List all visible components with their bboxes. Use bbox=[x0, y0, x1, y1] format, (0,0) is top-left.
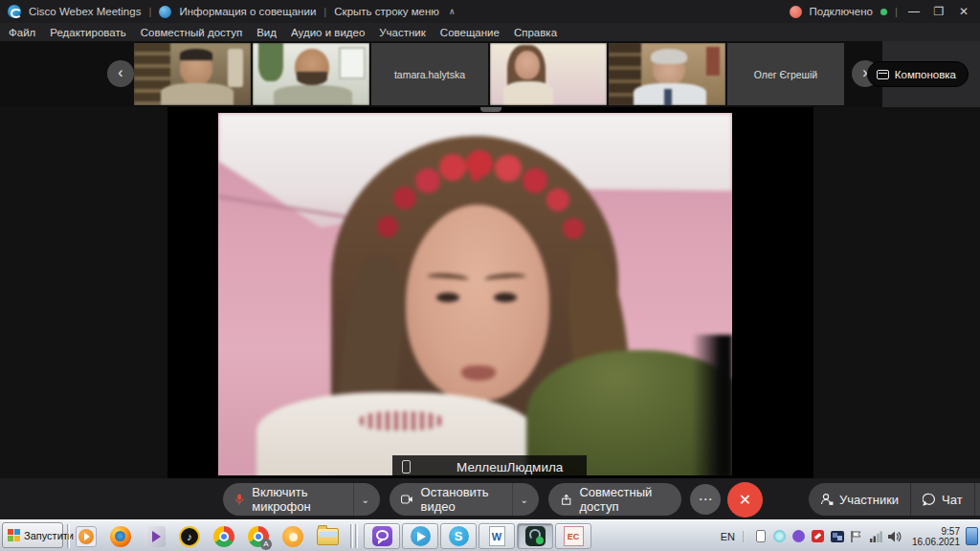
antivirus-tray-icon[interactable] bbox=[811, 529, 826, 544]
participant-video bbox=[253, 43, 369, 105]
taskbar-grip bbox=[350, 524, 353, 548]
participant-name-label: Олег Єгрешій bbox=[727, 43, 844, 105]
menu-share[interactable]: Совместный доступ bbox=[141, 27, 242, 38]
participant-tile-6[interactable]: Олег Єгрешій bbox=[727, 43, 844, 105]
microphone-muted-icon bbox=[234, 492, 244, 507]
chrome-icon[interactable] bbox=[212, 525, 235, 548]
presentation-app-taskbar-button[interactable]: EC bbox=[555, 523, 591, 549]
participant-tile-2[interactable] bbox=[253, 43, 369, 105]
participant-tile-1[interactable] bbox=[134, 43, 251, 105]
viber-taskbar-button[interactable] bbox=[364, 523, 400, 549]
chrome-profile-icon[interactable]: A bbox=[247, 525, 270, 548]
main-stage: МеллешЛюдмила bbox=[0, 107, 980, 478]
layout-grid-icon bbox=[877, 70, 889, 79]
taskbar-separator bbox=[67, 524, 70, 548]
participant-tile-4[interactable] bbox=[490, 43, 607, 105]
webex-logo-icon bbox=[8, 5, 21, 18]
title-separator: | bbox=[148, 6, 151, 17]
meeting-info-link[interactable]: Информация о совещании bbox=[179, 6, 316, 17]
menu-bar: Файл Редактировать Совместный доступ Вид… bbox=[0, 23, 980, 41]
share-content-button[interactable]: Совместный доступ bbox=[548, 483, 681, 516]
menu-file[interactable]: Файл bbox=[9, 27, 35, 38]
end-call-button[interactable]: ✕ bbox=[727, 482, 763, 518]
action-center-flag-icon[interactable] bbox=[849, 529, 864, 544]
flower-crown bbox=[471, 172, 480, 182]
chevron-up-icon[interactable]: ∧ bbox=[449, 7, 456, 16]
participant-video bbox=[609, 43, 725, 105]
more-options-button[interactable]: ⋯ bbox=[690, 484, 721, 515]
taskbar-grip bbox=[355, 524, 358, 548]
participant-filmstrip: ‹ tamara.halytska bbox=[0, 41, 980, 107]
unmute-button[interactable]: Включить микрофон ⌄ bbox=[223, 483, 380, 516]
participant-name-label: tamara.halytska bbox=[371, 43, 488, 105]
windows-logo-icon bbox=[8, 529, 20, 541]
participant-tile-5[interactable] bbox=[609, 43, 725, 105]
layout-button[interactable]: Компоновка bbox=[867, 61, 969, 87]
video-scene bbox=[218, 113, 732, 475]
clock-date: 16.06.2021 bbox=[912, 537, 960, 547]
participants-panel-button[interactable]: Участники bbox=[809, 483, 910, 516]
skype-taskbar-button[interactable]: S bbox=[440, 523, 477, 549]
connected-dot-icon bbox=[880, 9, 887, 15]
meeting-control-bar: Включить микрофон ⌄ Остановить видео ⌄ С… bbox=[0, 478, 980, 519]
title-separator-3: | bbox=[895, 6, 898, 17]
firefox-icon[interactable] bbox=[109, 525, 132, 548]
hide-menu-toggle[interactable]: Скрыть строку меню bbox=[334, 6, 439, 17]
mic-options-chevron[interactable]: ⌄ bbox=[353, 483, 380, 516]
app-title: Cisco Webex Meetings bbox=[29, 6, 141, 17]
chat-panel-button[interactable]: Чат bbox=[910, 483, 974, 516]
aimp-icon[interactable]: ♪ bbox=[178, 525, 201, 548]
participant-tile-3[interactable]: tamara.halytska bbox=[371, 43, 488, 105]
kmplayer-icon[interactable] bbox=[144, 525, 167, 548]
displays-tray-icon[interactable] bbox=[830, 529, 845, 544]
minimize-button[interactable]: — bbox=[905, 5, 923, 18]
clipboard-tray-icon[interactable] bbox=[753, 529, 768, 544]
volume-icon[interactable] bbox=[887, 529, 902, 544]
webex-meeting-window: Cisco Webex Meetings | Информация о сове… bbox=[0, 0, 980, 551]
stop-video-button[interactable]: Остановить видео ⌄ bbox=[390, 483, 539, 516]
restore-button[interactable]: ❐ bbox=[930, 5, 947, 18]
menu-meeting[interactable]: Совещание bbox=[440, 27, 500, 38]
participant-video bbox=[134, 43, 251, 105]
share-icon bbox=[561, 493, 571, 507]
filmstrip-prev-button[interactable]: ‹ bbox=[107, 60, 134, 87]
viber-tray-icon[interactable] bbox=[791, 529, 807, 544]
panel-buttons-group: Участники Чат ⋯ bbox=[809, 483, 980, 516]
menu-audio-video[interactable]: Аудио и видео bbox=[291, 27, 365, 38]
menu-help[interactable]: Справка bbox=[514, 27, 557, 38]
active-speaker-video[interactable]: МеллешЛюдмила bbox=[218, 113, 732, 475]
windows-taskbar: Запустити ♪ bbox=[0, 519, 980, 551]
word-taskbar-button[interactable]: W bbox=[479, 523, 515, 549]
network-signal-icon[interactable] bbox=[868, 529, 883, 544]
title-separator-2: | bbox=[323, 6, 326, 17]
active-speaker-nametag: МеллешЛюдмила bbox=[392, 455, 587, 475]
more-panels-button[interactable]: ⋯ bbox=[974, 483, 980, 516]
file-manager-icon[interactable] bbox=[316, 525, 339, 548]
orange-player-icon[interactable] bbox=[281, 525, 304, 548]
system-tray: EN bbox=[713, 520, 980, 551]
start-button[interactable]: Запустити bbox=[2, 522, 63, 548]
menu-edit[interactable]: Редактировать bbox=[50, 27, 125, 38]
camera-icon bbox=[401, 494, 413, 505]
meeting-info-icon[interactable] bbox=[159, 6, 171, 18]
media-player-icon[interactable] bbox=[75, 525, 98, 548]
active-speaker-name: МеллешЛюдмила bbox=[457, 460, 563, 474]
telegram-taskbar-button[interactable] bbox=[402, 523, 438, 549]
language-indicator[interactable]: EN bbox=[713, 531, 744, 542]
show-desktop-button[interactable] bbox=[966, 527, 978, 545]
mobile-device-icon bbox=[402, 460, 411, 474]
participants-icon bbox=[820, 493, 834, 506]
clock-time: 9:57 bbox=[912, 526, 960, 537]
taskbar-clock[interactable]: 9:57 16.06.2021 bbox=[912, 526, 960, 547]
filmstrip-drag-handle[interactable] bbox=[480, 107, 501, 112]
title-bar: Cisco Webex Meetings | Информация о сове… bbox=[0, 0, 980, 23]
connection-status: Подключено bbox=[810, 6, 874, 17]
menu-participant[interactable]: Участник bbox=[379, 27, 426, 38]
chat-icon bbox=[923, 493, 936, 506]
menu-view[interactable]: Вид bbox=[256, 27, 277, 38]
close-button[interactable]: ✕ bbox=[955, 5, 972, 18]
participant-video bbox=[490, 43, 607, 105]
webex-taskbar-button[interactable] bbox=[517, 523, 553, 549]
teamviewer-tray-icon[interactable] bbox=[772, 529, 788, 544]
video-options-chevron[interactable]: ⌄ bbox=[512, 483, 539, 516]
